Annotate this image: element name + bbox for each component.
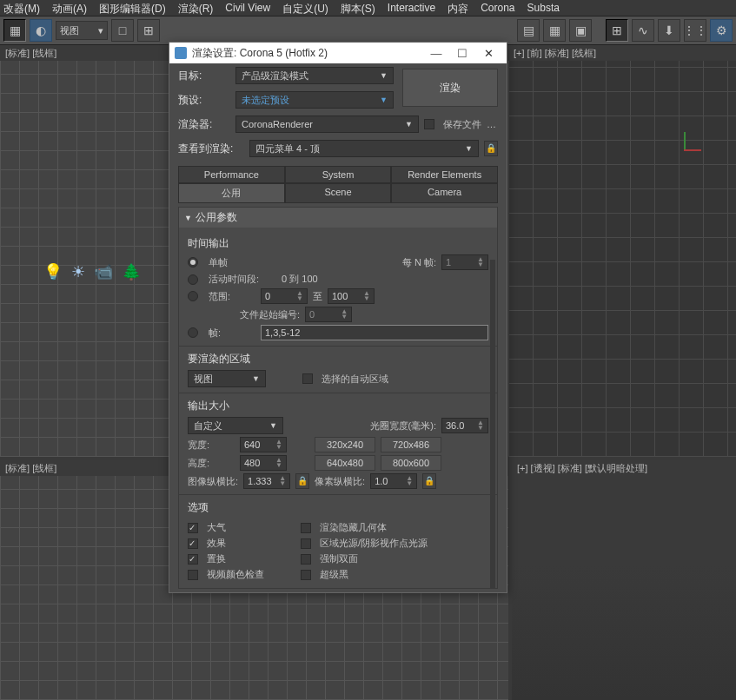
common-parameters-panel: ▼公用参数 时间输出 单帧 每 N 帧: 1▲▼ 活动时间段: 0 到 100 …	[178, 207, 498, 589]
menu-animation[interactable]: 动画(A)	[52, 2, 87, 14]
menu-customize[interactable]: 自定义(U)	[282, 2, 328, 14]
range-from-spinner[interactable]: 0▲▼	[261, 288, 308, 304]
app-icon	[175, 47, 187, 59]
radio-single-frame[interactable]	[188, 257, 198, 267]
image-aspect-spinner[interactable]: 1.333▲▼	[243, 473, 290, 489]
radio-frames[interactable]	[188, 327, 198, 338]
viewport-label[interactable]: [+] [前] [标准] [线框]	[514, 47, 596, 60]
menu-rendering[interactable]: 渲染(R)	[178, 2, 214, 14]
height-spinner[interactable]: 480▲▼	[240, 455, 287, 471]
viewport-perspective[interactable]: [+] [透视] [标准] [默认明暗处理]	[512, 460, 736, 700]
menu-modifiers[interactable]: 改器(M)	[3, 2, 40, 14]
crossing-icon[interactable]: ◐	[30, 19, 52, 42]
radio-active-segment[interactable]	[188, 274, 198, 285]
menu-substance[interactable]: Substa	[527, 2, 560, 14]
light-icon[interactable]: 💡	[43, 262, 63, 281]
displacement-checkbox[interactable]	[188, 554, 198, 565]
preset-800x600[interactable]: 800x600	[381, 455, 441, 471]
preset-320x240[interactable]: 320x240	[315, 437, 375, 452]
image-aspect-lock-icon[interactable]: 🔒	[295, 473, 309, 489]
active-segment-label: 活动时间段:	[209, 273, 259, 286]
tab-common[interactable]: 公用	[178, 183, 285, 203]
preset-720x486[interactable]: 720x486	[381, 437, 441, 452]
menu-civil-view[interactable]: Civil View	[225, 2, 270, 14]
tab-render-elements[interactable]: Render Elements	[391, 166, 498, 183]
image-aspect-label: 图像纵横比:	[188, 475, 238, 488]
menu-content[interactable]: 内容	[448, 2, 468, 14]
gear-icon[interactable]: ⚙	[710, 19, 733, 42]
atmospherics-checkbox[interactable]	[188, 523, 198, 533]
rollup-header[interactable]: ▼公用参数	[179, 208, 497, 228]
menu-corona[interactable]: Corona	[481, 2, 514, 14]
tab-system[interactable]: System	[285, 166, 392, 183]
dialog-titlebar[interactable]: 渲染设置: Corona 5 (Hotfix 2) — ☐ ✕	[169, 43, 507, 63]
view-to-render-select[interactable]: 四元菜单 4 - 顶▼	[249, 140, 479, 157]
range-label: 范围:	[209, 290, 255, 303]
renderer-label: 渲染器:	[178, 117, 230, 132]
view-selector[interactable]: 视图▾	[56, 21, 108, 40]
render-hidden-checkbox[interactable]	[301, 523, 311, 533]
save-file-checkbox[interactable]	[424, 119, 434, 129]
aperture-spinner[interactable]: 36.0▲▼	[441, 418, 488, 433]
tab-performance[interactable]: Performance	[178, 166, 285, 183]
force-two-sided-label: 强制双面	[320, 552, 358, 565]
area-lights-label: 区域光源/阴影视作点光源	[320, 537, 428, 550]
radio-range[interactable]	[188, 291, 198, 301]
file-start-label: 文件起始编号:	[240, 308, 300, 321]
close-button[interactable]: ✕	[475, 47, 501, 60]
auto-region-checkbox[interactable]	[302, 373, 313, 384]
menu-scripting[interactable]: 脚本(S)	[341, 2, 375, 14]
menu-graph-editors[interactable]: 图形编辑器(D)	[99, 2, 166, 14]
viewport-top-left[interactable]: [标准] [线框] 💡 ☀ 📹 🌲	[0, 45, 169, 457]
ellipsis-button[interactable]: …	[487, 119, 496, 129]
width-spinner[interactable]: 640▲▼	[240, 437, 287, 452]
file-start-spinner[interactable]: 0▲▼	[305, 307, 352, 322]
axis-gizmo	[684, 132, 710, 158]
every-n-spinner[interactable]: 1▲▼	[441, 254, 488, 270]
range-to-label: 至	[313, 290, 322, 303]
material-editor-icon[interactable]: ▤	[517, 19, 540, 42]
render-setup-icon[interactable]: ▦	[543, 19, 566, 42]
panel-scrollbar[interactable]	[490, 260, 495, 589]
target-select[interactable]: 产品级渲染模式▼	[235, 67, 394, 84]
render-button[interactable]: 渲染	[402, 69, 498, 107]
force-two-sided-checkbox[interactable]	[301, 554, 311, 565]
sun-icon[interactable]: ☀	[71, 262, 85, 281]
tab-camera[interactable]: Camera	[391, 183, 498, 203]
super-black-checkbox[interactable]	[301, 570, 311, 580]
settings-dots-icon[interactable]: ⋮⋮	[684, 19, 706, 42]
grid-toggle-icon[interactable]: ⊞	[606, 19, 628, 42]
selection-filter-icon[interactable]: ▦	[3, 19, 26, 42]
camera-icon[interactable]: 📹	[94, 262, 113, 281]
super-black-label: 超级黑	[320, 568, 348, 581]
viewport-label[interactable]: [标准] [线框]	[5, 462, 56, 475]
range-to-spinner[interactable]: 100▲▼	[328, 288, 375, 304]
pixel-aspect-lock-icon[interactable]: 🔒	[422, 473, 436, 489]
renderer-select[interactable]: CoronaRenderer▼	[235, 116, 419, 133]
options-header: 选项	[188, 500, 488, 515]
aperture-label: 光圈宽度(毫米):	[370, 419, 436, 433]
viewport-label[interactable]: [标准] [线框]	[5, 47, 56, 60]
area-lights-checkbox[interactable]	[301, 538, 311, 549]
frames-input[interactable]: 1,3,5-12	[261, 325, 488, 340]
output-size-select[interactable]: 自定义▼	[188, 417, 283, 434]
video-color-check-checkbox[interactable]	[188, 570, 198, 580]
tab-scene[interactable]: Scene	[285, 183, 392, 203]
viewport-label[interactable]: [+] [透视] [标准] [默认明暗处理]	[517, 462, 647, 475]
lock-icon[interactable]: 🔒	[484, 141, 498, 156]
effects-checkbox[interactable]	[188, 538, 198, 549]
preset-select[interactable]: 未选定预设▼	[235, 91, 394, 109]
download-icon[interactable]: ⬇	[658, 19, 680, 42]
minimize-button[interactable]: —	[423, 47, 449, 60]
preset-640x480[interactable]: 640x480	[315, 455, 375, 471]
curve-editor-icon[interactable]: ∿	[632, 19, 654, 42]
area-select[interactable]: 视图▼	[188, 370, 266, 387]
maximize-button[interactable]: ☐	[449, 47, 475, 60]
toolbar-btn-a[interactable]: □	[111, 19, 134, 42]
trees-icon[interactable]: 🌲	[122, 262, 141, 281]
pixel-aspect-spinner[interactable]: 1.0▲▼	[370, 473, 417, 489]
rendered-frame-icon[interactable]: ▣	[569, 19, 592, 42]
viewport-front[interactable]: [+] [前] [标准] [线框]	[508, 45, 736, 457]
toolbar-btn-b[interactable]: ⊞	[137, 19, 160, 42]
menu-interactive[interactable]: Interactive	[388, 2, 435, 14]
